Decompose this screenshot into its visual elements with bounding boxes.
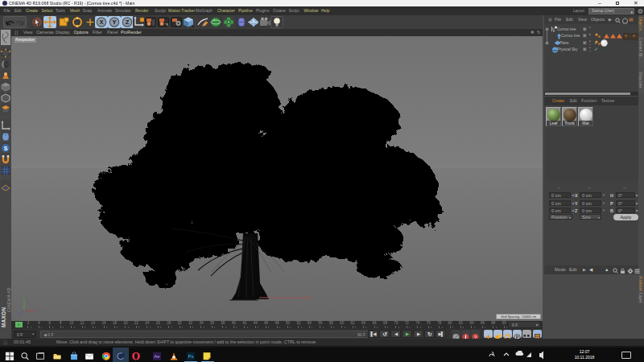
svg-text:CINEMA 4D: CINEMA 4D <box>6 287 11 312</box>
svg-text:Z: Z <box>126 19 130 26</box>
svg-text:S: S <box>4 146 8 151</box>
svg-text:X: X <box>99 19 103 26</box>
svg-text:Y: Y <box>112 19 116 26</box>
svg-text:MAXON: MAXON <box>1 307 6 327</box>
svg-text:Ae: Ae <box>154 353 160 359</box>
svg-text:Ps: Ps <box>188 353 193 359</box>
